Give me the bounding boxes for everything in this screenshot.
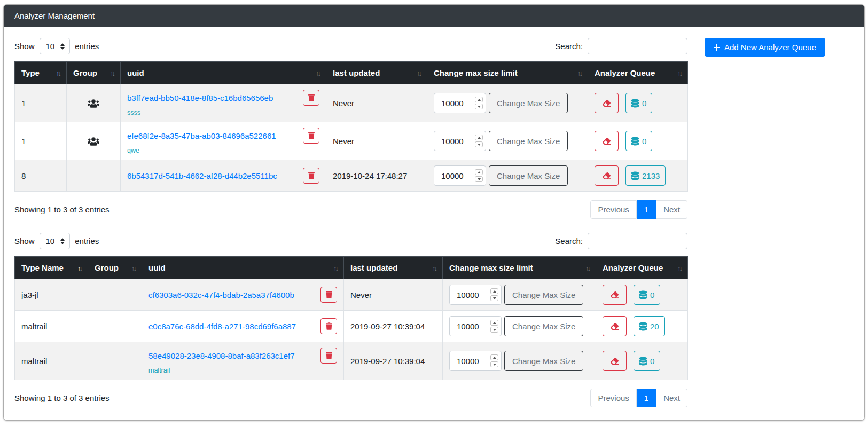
- uuid-link[interactable]: b3ff7ead-bb50-418e-8f85-c16bd65656eb: [127, 93, 273, 102]
- page-number-button[interactable]: 1: [637, 200, 656, 219]
- next-page-button[interactable]: Next: [656, 389, 687, 407]
- change-max-size-button[interactable]: Change Max Size: [504, 285, 583, 305]
- column-header-group[interactable]: Group↑↓: [67, 62, 121, 84]
- change-max-size-button[interactable]: Change Max Size: [489, 93, 568, 113]
- column-header-analyzer-queue[interactable]: Analyzer Queue↑↓: [596, 257, 688, 279]
- type-cell: 1: [15, 122, 67, 160]
- column-header-type-name[interactable]: Type Name↑↓: [15, 257, 88, 279]
- uuid-link[interactable]: cf6303a6-032c-47f4-bdab-2a5a37f4600b: [148, 290, 294, 299]
- page-length-select[interactable]: 10: [40, 233, 71, 249]
- trash-icon: [308, 172, 315, 179]
- max-size-cell: 10000 Change Max Size: [443, 279, 596, 311]
- queue-cell: 0: [596, 279, 688, 311]
- max-size-value: 10000: [441, 99, 464, 108]
- sort-icon[interactable]: ↑↓: [56, 69, 61, 77]
- add-analyzer-queue-button[interactable]: Add New Analyzer Queue: [705, 38, 825, 57]
- column-header-type[interactable]: Type↑↓: [15, 62, 67, 84]
- search-input[interactable]: [588, 233, 687, 249]
- next-page-button[interactable]: Next: [656, 200, 687, 219]
- delete-queue-button[interactable]: [303, 168, 319, 184]
- sort-icon[interactable]: ↑↓: [131, 264, 137, 272]
- clear-queue-button[interactable]: [603, 285, 627, 305]
- column-header-uuid[interactable]: uuid↑↓: [142, 257, 344, 279]
- column-header-analyzer-queue[interactable]: Analyzer Queue↑↓: [588, 62, 688, 84]
- sort-icon[interactable]: ↑↓: [677, 69, 683, 77]
- search-input[interactable]: [588, 38, 687, 54]
- uuid-link[interactable]: 6b54317d-541b-4662-af28-d44b2e5511bc: [127, 171, 277, 180]
- column-header-group[interactable]: Group↑↓: [88, 257, 142, 279]
- group-cell: [67, 122, 121, 160]
- table1-search: Search:: [555, 38, 687, 54]
- sort-icon[interactable]: ↑↓: [577, 69, 583, 77]
- uuid-cell: 6b54317d-541b-4662-af28-d44b2e5511bc: [121, 160, 326, 192]
- sort-icon[interactable]: ↑↓: [110, 69, 115, 77]
- table2-pagination: Previous 1 Next: [590, 389, 687, 407]
- sort-icon[interactable]: ↑↓: [677, 264, 683, 272]
- delete-queue-button[interactable]: [320, 318, 337, 334]
- sort-icon[interactable]: ↑↓: [77, 264, 83, 272]
- number-spinner-icon[interactable]: [490, 354, 498, 367]
- search-label: Search:: [555, 236, 583, 246]
- max-size-cell: 10000 Change Max Size: [427, 122, 588, 160]
- change-max-size-button[interactable]: Change Max Size: [489, 165, 568, 186]
- queue-count-button[interactable]: 0: [634, 285, 660, 305]
- number-spinner-icon[interactable]: [475, 97, 483, 109]
- eraser-icon: [610, 322, 619, 330]
- uuid-link[interactable]: efe68f2e-8a35-47ba-ab03-84696a522661: [127, 131, 276, 140]
- delete-queue-button[interactable]: [303, 90, 319, 106]
- eraser-icon: [602, 137, 611, 145]
- number-spinner-icon[interactable]: [475, 135, 483, 147]
- max-size-input[interactable]: 10000: [449, 285, 502, 305]
- max-size-input[interactable]: 10000: [449, 316, 502, 336]
- change-max-size-button[interactable]: Change Max Size: [489, 131, 568, 151]
- delete-queue-button[interactable]: [320, 287, 337, 303]
- queue-count-button[interactable]: 0: [625, 131, 652, 151]
- max-size-input[interactable]: 10000: [434, 131, 486, 151]
- sort-icon[interactable]: ↑↓: [417, 69, 422, 77]
- clear-queue-button[interactable]: [595, 131, 619, 151]
- column-header-last-updated[interactable]: last updated↑↓: [326, 62, 427, 84]
- queue-count-button[interactable]: 20: [634, 316, 665, 336]
- queue-count-button[interactable]: 2133: [625, 165, 666, 186]
- column-header-last-updated[interactable]: last updated↑↓: [344, 257, 443, 279]
- uuid-link[interactable]: e0c8a76c-68dd-4fd8-a271-98cd69f6a887: [148, 322, 296, 331]
- queue-count-button[interactable]: 0: [634, 351, 660, 371]
- sort-icon[interactable]: ↑↓: [585, 264, 591, 272]
- number-spinner-icon[interactable]: [490, 320, 498, 333]
- database-icon: [631, 99, 639, 108]
- column-header-uuid[interactable]: uuid↑↓: [121, 62, 326, 84]
- change-max-size-button[interactable]: Change Max Size: [504, 316, 583, 336]
- column-header-max-size[interactable]: Change max size limit↑↓: [427, 62, 588, 84]
- sort-icon[interactable]: ↑↓: [333, 264, 339, 272]
- clear-queue-button[interactable]: [595, 165, 619, 186]
- trash-icon: [326, 291, 332, 298]
- queue-count: 0: [650, 290, 654, 299]
- queue-count-button[interactable]: 0: [625, 93, 652, 113]
- max-size-input[interactable]: 10000: [434, 93, 486, 113]
- number-spinner-icon[interactable]: [490, 288, 498, 301]
- number-spinner-icon[interactable]: [475, 169, 483, 182]
- eraser-icon: [602, 99, 611, 107]
- max-size-input[interactable]: 10000: [449, 351, 502, 371]
- search-label: Search:: [555, 42, 583, 51]
- previous-page-button[interactable]: Previous: [590, 389, 636, 407]
- sort-icon[interactable]: ↑↓: [432, 264, 437, 272]
- page-length-select[interactable]: 10: [40, 38, 71, 54]
- previous-page-button[interactable]: Previous: [590, 200, 636, 219]
- change-max-size-button[interactable]: Change Max Size: [504, 351, 583, 371]
- trash-icon: [308, 94, 315, 101]
- table1-info: Showing 1 to 3 of 3 entries: [14, 205, 110, 214]
- eraser-icon: [602, 172, 611, 180]
- clear-queue-button[interactable]: [595, 93, 619, 113]
- clear-queue-button[interactable]: [603, 316, 627, 336]
- database-icon: [639, 322, 647, 331]
- column-header-max-size[interactable]: Change max size limit↑↓: [443, 257, 596, 279]
- uuid-link[interactable]: 58e49028-23e8-4908-8baf-a83f263c1ef7: [148, 351, 295, 360]
- sort-icon[interactable]: ↑↓: [316, 69, 321, 77]
- delete-queue-button[interactable]: [320, 348, 337, 364]
- delete-queue-button[interactable]: [303, 128, 319, 144]
- max-size-input[interactable]: 10000: [434, 165, 486, 186]
- page-number-button[interactable]: 1: [637, 389, 656, 407]
- queue-cell: 0: [588, 84, 688, 122]
- clear-queue-button[interactable]: [603, 351, 627, 371]
